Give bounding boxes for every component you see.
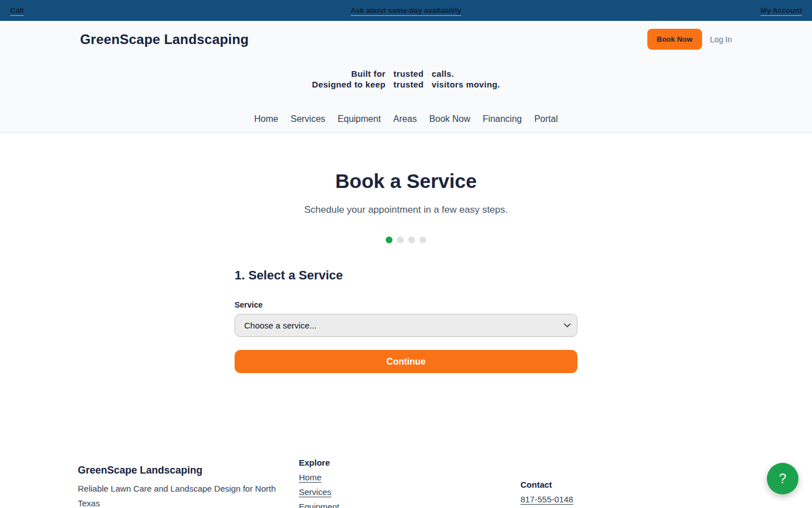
tagline-line1-word: trusted xyxy=(394,69,424,78)
footer-link-equipment[interactable]: Equipment xyxy=(299,502,339,508)
tagline-line2-left: Designed to keep xyxy=(312,80,386,89)
tagline-line1-right: calls. xyxy=(431,69,500,78)
main-nav: HomeServicesEquipmentAreasBook NowFinanc… xyxy=(0,113,812,125)
brand-logo[interactable]: GreenScape Landscaping xyxy=(80,32,249,47)
tagline-line1-left: Built for xyxy=(312,69,386,78)
footer-explore: Explore HomeServicesEquipment xyxy=(299,458,520,508)
page-title: Book a Service xyxy=(0,170,812,192)
step-heading: 1. Select a Service xyxy=(235,268,577,283)
header-actions: Book Now Log In xyxy=(647,29,732,50)
tagline-line2-right: visitors moving. xyxy=(431,80,500,89)
footer-about: GreenScape Landscaping Reliable Lawn Car… xyxy=(78,465,292,508)
site-header: GreenScape Landscaping Book Now Log In B… xyxy=(0,21,812,133)
service-label: Service xyxy=(235,300,577,309)
hero-tagline: Built for trusted calls. Designed to kee… xyxy=(312,69,500,89)
step-dot-3 xyxy=(408,237,415,243)
page-subtitle: Schedule your appointment in a few easy … xyxy=(0,204,812,216)
announcement-link[interactable]: Ask about same-day availability xyxy=(351,6,462,15)
footer-contact-heading: Contact xyxy=(520,480,734,489)
help-button[interactable]: ? xyxy=(767,463,798,494)
footer-link-services[interactable]: Services xyxy=(299,487,332,497)
tagline-line2-word: trusted xyxy=(394,80,424,89)
nav-link-portal[interactable]: Portal xyxy=(532,113,560,125)
announcement-bar: Call Ask about same-day availability My … xyxy=(0,0,812,21)
site-footer: GreenScape Landscaping Reliable Lawn Car… xyxy=(0,458,812,508)
footer-phone-link[interactable]: 817-555-0148 xyxy=(520,494,573,504)
footer-contact: Contact 817-555-0148 hello@greenscapelan… xyxy=(520,480,734,508)
nav-link-financing[interactable]: Financing xyxy=(480,113,524,125)
step-dot-2 xyxy=(397,237,404,243)
step-dot-1 xyxy=(386,237,392,243)
log-in-link[interactable]: Log In xyxy=(710,35,732,44)
booking-section: Book a Service Schedule your appointment… xyxy=(0,170,812,373)
step-dots xyxy=(0,237,812,243)
step-dot-4 xyxy=(420,237,426,243)
continue-button[interactable]: Continue xyxy=(235,350,577,373)
footer-tagline-line1: Reliable Lawn Care and Landscape Design … xyxy=(78,481,292,508)
service-select[interactable]: Choose a service... xyxy=(235,314,577,337)
my-account-link[interactable]: My Account xyxy=(761,6,802,15)
nav-link-services[interactable]: Services xyxy=(288,113,327,125)
footer-link-home[interactable]: Home xyxy=(299,472,321,482)
footer-explore-heading: Explore xyxy=(299,458,520,467)
nav-link-home[interactable]: Home xyxy=(252,113,281,125)
nav-link-book-now[interactable]: Book Now xyxy=(427,113,473,125)
footer-explore-links: HomeServicesEquipment xyxy=(299,472,520,508)
book-now-button[interactable]: Book Now xyxy=(647,29,703,50)
nav-link-areas[interactable]: Areas xyxy=(391,113,419,125)
nav-link-equipment[interactable]: Equipment xyxy=(336,113,383,125)
booking-form: 1. Select a Service Service Choose a ser… xyxy=(235,268,577,373)
call-link[interactable]: Call xyxy=(10,6,24,15)
footer-brand: GreenScape Landscaping xyxy=(78,465,292,476)
